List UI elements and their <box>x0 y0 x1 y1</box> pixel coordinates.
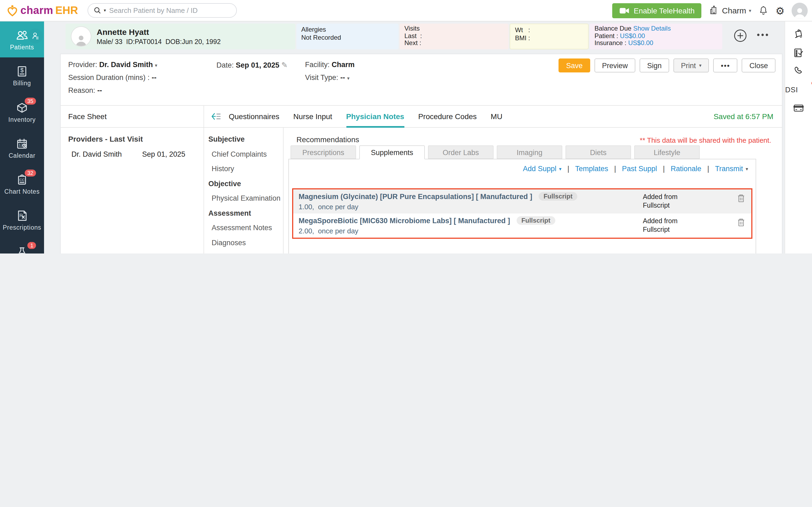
page-title: Recommendations <box>296 135 359 144</box>
payment-card-icon[interactable] <box>793 102 805 114</box>
date-field[interactable]: Date: Sep 01, 2025 ✎ <box>216 61 288 69</box>
supplement-row[interactable]: Magnesium (Glycinate) [PUR Pure Encapsul… <box>293 189 751 214</box>
sidebar-item-chart-notes[interactable]: CC 32 Chart Notes <box>0 166 44 202</box>
more-actions-button[interactable]: ••• <box>713 58 738 72</box>
phone-icon[interactable] <box>793 65 805 77</box>
nav-item-physical-examination[interactable]: Physical Examination <box>204 191 283 206</box>
nav-item-assessment-notes[interactable]: Assessment Notes <box>204 221 283 235</box>
sidebar-item-inventory[interactable]: 35 Inventory <box>0 94 44 129</box>
provider-row-name: Dr. David Smith <box>71 150 122 158</box>
supplement-name: Magnesium (Glycinate) [PUR Pure Encapsul… <box>299 192 532 201</box>
supplement-actions: Add Suppl ▾ | Templates | Past Suppl | R… <box>523 165 748 173</box>
subtab-order-labs[interactable]: Order Labs <box>428 146 494 159</box>
search-icon <box>94 6 102 14</box>
settings-gear-icon[interactable]: ⚙ <box>775 5 784 16</box>
patient-queue-icon[interactable] <box>28 29 43 44</box>
preview-button[interactable]: Preview <box>595 58 635 72</box>
sticky-note-icon[interactable] <box>793 29 805 41</box>
subtab-supplements[interactable]: Supplements <box>359 146 425 159</box>
tab-procedure-codes[interactable]: Procedure Codes <box>418 106 476 127</box>
nav-header-objective: Objective <box>204 176 283 191</box>
print-button[interactable]: Print ▾ <box>673 58 709 72</box>
subtab-imaging[interactable]: Imaging <box>497 146 562 159</box>
subtab-lifestyle[interactable]: Lifestyle <box>634 146 700 159</box>
show-details-link[interactable]: Show Details <box>633 25 671 32</box>
templates-link[interactable]: Templates <box>575 165 608 173</box>
balance-title: Balance Due <box>595 25 631 32</box>
enable-telehealth-button[interactable]: Enable TeleHealth <box>612 3 702 18</box>
brand-charm: charm <box>20 4 53 17</box>
tasks-checklist-icon[interactable] <box>793 47 805 59</box>
nav-item-self-notes[interactable]: Self Notes <box>204 250 283 253</box>
subtab-prescriptions[interactable]: Prescriptions <box>291 146 356 159</box>
visits-next: Next : <box>404 40 504 47</box>
note-tab-row: Face Sheet Questionnaires Nurse Input Ph… <box>61 105 782 128</box>
search-input[interactable] <box>108 6 231 15</box>
section-nav: Subjective Chief Complaints History Obje… <box>204 128 284 253</box>
providers-header: Providers - Last Visit <box>68 135 196 143</box>
supplement-dose: 1.00, once per day <box>299 203 643 211</box>
rationale-link[interactable]: Rationale <box>671 165 701 173</box>
sidebar-item-calendar[interactable]: 12 Calendar <box>0 129 44 166</box>
allergies-card[interactable]: Allergies Not Recorded <box>296 23 399 49</box>
tab-nurse-input[interactable]: Nurse Input <box>293 106 332 127</box>
supplement-row[interactable]: MegaSporeBiotic [MIC630 Microbiome Labs]… <box>293 214 751 238</box>
visit-type-field[interactable]: Visit Type: -- ▾ <box>305 73 350 81</box>
save-button[interactable]: Save <box>559 58 590 72</box>
search-caret-icon[interactable]: ▾ <box>104 8 106 13</box>
tab-questionnaires[interactable]: Questionnaires <box>229 106 279 127</box>
notifications-bell-icon[interactable] <box>758 5 768 16</box>
subtab-diets[interactable]: Diets <box>565 146 631 159</box>
nav-item-diagnoses[interactable]: Diagnoses <box>204 235 283 250</box>
provider-field[interactable]: Provider: Dr. David Smith ▾ <box>68 61 157 69</box>
calendar-icon: 12 <box>15 137 29 151</box>
svg-text:R: R <box>19 213 23 218</box>
sidebar-item-billing[interactable]: $ Billing <box>0 57 44 93</box>
user-avatar[interactable] <box>792 2 808 18</box>
balance-card[interactable]: Balance Due Show Details Patient : US$0.… <box>590 23 722 49</box>
provider-caret-icon: ▾ <box>155 63 157 68</box>
date-value: Sep 01, 2025 <box>236 61 279 69</box>
allergies-title: Allergies <box>301 26 394 34</box>
added-from-label: Added from Fullscript <box>643 216 702 234</box>
allergies-value: Not Recorded <box>301 34 394 41</box>
supplement-name: MegaSporeBiotic [MIC630 Microbiome Labs]… <box>299 217 510 225</box>
past-suppl-link[interactable]: Past Suppl <box>622 165 657 173</box>
facility-switcher[interactable]: Charm ▾ <box>709 5 751 16</box>
tab-mu[interactable]: MU <box>491 106 502 127</box>
patient-search[interactable]: ▾ <box>88 3 237 18</box>
delete-supplement-trash-icon[interactable] <box>735 216 747 229</box>
add-new-button[interactable] <box>733 29 747 42</box>
balance-patient-label: Patient : <box>595 32 618 40</box>
charmehr-logo[interactable]: charmEHR <box>6 4 78 17</box>
patient-more-actions-button[interactable] <box>756 32 769 38</box>
session-duration-field: Session Duration (mins) : -- <box>68 73 157 81</box>
transmit-link[interactable]: Transmit ▾ <box>715 165 748 173</box>
add-suppl-link[interactable]: Add Suppl ▾ <box>523 165 561 173</box>
nav-header-subjective: Subjective <box>204 132 283 147</box>
facility-caret-icon: ▾ <box>749 8 751 13</box>
visits-last: Last : <box>404 33 504 40</box>
edit-date-pencil-icon[interactable]: ✎ <box>282 61 288 69</box>
nav-item-history[interactable]: History <box>204 162 283 176</box>
sign-button[interactable]: Sign <box>640 58 669 72</box>
dsi-indicator[interactable]: DSI <box>785 86 812 94</box>
collapse-panel-icon[interactable] <box>210 112 221 121</box>
patient-summary-card[interactable]: Annette Hyatt Male/ 33 ID:PAT0014 DOB:Ju… <box>65 23 295 49</box>
sidebar-item-labs[interactable]: 1 Labs <box>0 238 44 253</box>
bmi-label: BMI : <box>515 34 583 42</box>
labs-badge: 1 <box>28 242 36 249</box>
close-button[interactable]: Close <box>742 58 775 72</box>
app-root: charmEHR ▾ Enable TeleHealth <box>0 0 812 253</box>
nav-item-chief-complaints[interactable]: Chief Complaints <box>204 147 283 162</box>
face-sheet-header[interactable]: Face Sheet <box>61 106 204 127</box>
vitals-card[interactable]: Wt : BMI : <box>510 23 589 49</box>
balance-insurance-label: Insurance : <box>595 39 626 47</box>
sidebar-item-prescriptions[interactable]: R Prescriptions <box>0 202 44 238</box>
tab-physician-notes[interactable]: Physician Notes <box>346 106 404 127</box>
delete-supplement-trash-icon[interactable] <box>735 192 747 205</box>
provider-visit-row[interactable]: Dr. David Smith Sep 01, 2025 <box>68 150 196 158</box>
balance-insurance-value: US$0.00 <box>628 39 653 47</box>
print-caret-icon: ▾ <box>699 63 702 68</box>
visits-card[interactable]: Visits Last : Next : <box>400 23 509 49</box>
